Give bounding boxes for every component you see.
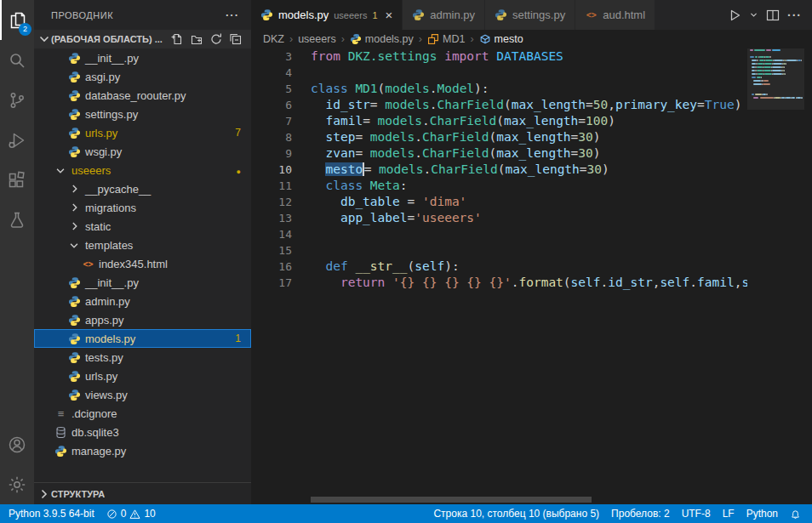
tab-admin-py[interactable]: admin.py: [403, 0, 485, 30]
tree-item-init-py[interactable]: __init__.py: [34, 273, 251, 292]
tree-item-asgi-py[interactable]: asgi.py: [34, 67, 251, 86]
tree-item-urls-py[interactable]: urls.py7: [34, 123, 251, 142]
collapse-all-icon[interactable]: [229, 32, 243, 46]
tree-item-pycache[interactable]: __pycache__: [34, 179, 251, 198]
warning-count: 10: [144, 508, 155, 520]
breadcrumb-separator: ›: [470, 33, 473, 45]
more-actions-button[interactable]: ···: [787, 8, 802, 23]
line-number: 4: [251, 65, 292, 81]
tree-item-useeers[interactable]: useeers●: [34, 161, 251, 179]
code-line-10[interactable]: 10 mesto= models.CharField(max_length=30…: [251, 162, 747, 178]
tab-models-py[interactable]: models.pyuseeers1×: [251, 0, 403, 30]
new-folder-icon[interactable]: [190, 32, 203, 46]
item-label: useeers: [71, 164, 111, 177]
tree-item-dcignore[interactable]: ≡.dcignore: [34, 404, 251, 423]
tree-item-tests-py[interactable]: tests.py: [34, 348, 251, 367]
tree-item-settings-py[interactable]: settings.py: [34, 105, 251, 123]
breadcrumb-useeers[interactable]: useeers: [298, 33, 335, 45]
language-mode-status[interactable]: Python: [741, 504, 784, 523]
breadcrumb-mesto[interactable]: mesto: [479, 33, 523, 45]
outline-section-header[interactable]: СТРУКТУРА: [34, 482, 251, 504]
indentation-status[interactable]: Пробелов: 2: [605, 504, 676, 523]
code-line-6[interactable]: 6 id_str= models.CharField(max_length=50…: [251, 97, 747, 113]
tab-aud-html[interactable]: <>aud.html: [575, 0, 655, 30]
activity-source-control-button[interactable]: [0, 80, 34, 120]
tree-item-views-py[interactable]: views.py: [34, 385, 251, 404]
tree-item-db-sqlite3[interactable]: db.sqlite3: [34, 423, 251, 441]
code-line-3[interactable]: 3from DKZ.settings import DATABASES: [251, 48, 747, 65]
python-icon: [260, 9, 273, 21]
tree-item-models-py[interactable]: models.py1: [34, 329, 251, 348]
activity-run-debug-button[interactable]: [0, 120, 34, 160]
explorer-more-actions-button[interactable]: ···: [226, 9, 239, 21]
tree-item-manage-py[interactable]: manage.py: [34, 441, 251, 460]
tree-item-admin-py[interactable]: admin.py: [34, 292, 251, 310]
breadcrumb-md1[interactable]: MD1: [427, 33, 465, 45]
tree-item-static[interactable]: static: [34, 217, 251, 236]
run-python-file-button[interactable]: [728, 9, 741, 22]
code-line-8[interactable]: 8 step= models.CharField(max_length=30): [251, 129, 747, 145]
eol-status[interactable]: LF: [717, 504, 741, 523]
code-line-5[interactable]: 5class MD1(models.Model):: [251, 81, 747, 97]
code-line-17[interactable]: 17 return '{} {} {} {} {}'.format(self.i…: [251, 275, 747, 291]
encoding-status[interactable]: UTF-8: [676, 504, 717, 523]
split-editor-button[interactable]: [766, 9, 780, 22]
python-icon: [68, 276, 81, 289]
problems-indicator[interactable]: 010: [100, 504, 162, 523]
status-bar-right: Строка 10, столбец 10 (выбрано 5)Пробело…: [425, 504, 812, 523]
line-number: 17: [251, 275, 292, 291]
tab-settings-py[interactable]: settings.py: [485, 0, 575, 30]
breadcrumb-label: MD1: [443, 33, 465, 45]
run-debug-icon: [7, 130, 27, 151]
code-line-16[interactable]: 16 def __str__(self):: [251, 259, 747, 275]
code-line-15[interactable]: 15: [251, 242, 747, 259]
line-number: 8: [251, 129, 292, 145]
chevron-right-icon: [37, 487, 51, 501]
code-line-14[interactable]: 14: [251, 226, 747, 242]
line-number: 10: [251, 162, 292, 178]
activity-extensions-button[interactable]: [0, 160, 34, 200]
tabs: models.pyuseeers1×admin.pysettings.py<>a…: [251, 0, 655, 30]
code-line-9[interactable]: 9 zvan= models.CharField(max_length=30): [251, 145, 747, 162]
minimap[interactable]: [747, 48, 804, 504]
problem-badge: 7: [235, 127, 241, 139]
tab-description: useeers: [334, 10, 367, 20]
refresh-icon[interactable]: [209, 32, 223, 46]
close-tab-icon[interactable]: ×: [386, 9, 393, 21]
code-line-7[interactable]: 7 famil= models.CharField(max_length=100…: [251, 113, 747, 129]
tree-item-templates[interactable]: templates: [34, 236, 251, 254]
code-line-11[interactable]: 11 class Meta:: [251, 178, 747, 194]
notifications-status[interactable]: [784, 504, 807, 523]
breadcrumb-label: mesto: [495, 33, 523, 45]
activity-explorer-button[interactable]: 2: [0, 0, 34, 40]
cursor-position-status[interactable]: Строка 10, столбец 10 (выбрано 5): [425, 504, 605, 523]
line-number: 9: [251, 145, 292, 162]
activity-account-button[interactable]: [0, 424, 34, 464]
breadcrumb-dkz[interactable]: DKZ: [263, 33, 284, 45]
tree-item-migrations[interactable]: migrations: [34, 198, 251, 217]
python-icon: [350, 33, 362, 45]
workspace-section-header[interactable]: (РАБОЧАЯ ОБЛАСТЬ) ...: [34, 30, 251, 48]
horizontal-scrollbar[interactable]: [311, 497, 592, 503]
activity-search-button[interactable]: [0, 40, 34, 80]
code-line-13[interactable]: 13 app_label='useeers': [251, 210, 747, 226]
line-number: 15: [251, 242, 292, 259]
code-editor[interactable]: 3from DKZ.settings import DATABASES45cla…: [251, 48, 812, 504]
new-file-icon[interactable]: [170, 32, 184, 46]
breadcrumb-models-py[interactable]: models.py: [350, 33, 414, 45]
tree-item-init-py[interactable]: __init__.py: [34, 48, 251, 67]
code-line-4[interactable]: 4: [251, 65, 747, 81]
python-interpreter-status[interactable]: Python 3.9.5 64-bit: [0, 504, 100, 523]
tree-item-index345-html[interactable]: <>index345.html: [34, 254, 251, 273]
editor-actions: ···: [728, 0, 812, 30]
code-line-12[interactable]: 12 db_table = 'dima': [251, 194, 747, 210]
tree-item-database-roouter-py[interactable]: database_roouter.py: [34, 86, 251, 105]
db-icon: [54, 426, 67, 439]
ignore-icon: ≡: [54, 407, 67, 420]
activity-testing-button[interactable]: [0, 200, 34, 240]
tree-item-apps-py[interactable]: apps.py: [34, 310, 251, 329]
tree-item-wsgi-py[interactable]: wsgi.py: [34, 142, 251, 161]
tree-item-urls-py[interactable]: urls.py: [34, 367, 251, 385]
activity-settings-gear-button[interactable]: [0, 464, 34, 504]
run-dropdown-button[interactable]: [749, 10, 758, 20]
